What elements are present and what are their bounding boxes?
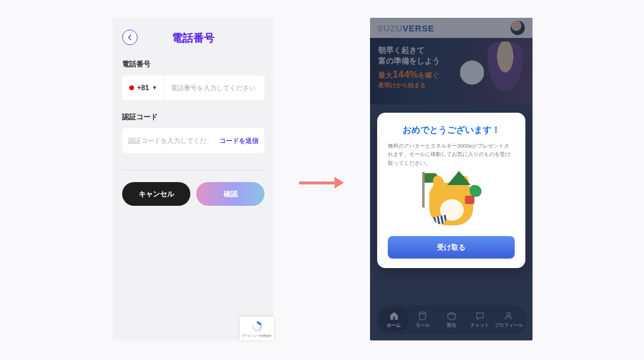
country-code-text: +81 — [137, 84, 149, 92]
chevron-left-icon — [127, 34, 133, 40]
modal-text: 無料のアバターとエネルギー3000eがプレゼントされます。モールに移動してお気に… — [388, 142, 515, 167]
phone-input-row: +81 ▼ — [122, 75, 264, 100]
send-code-button[interactable]: コードを送信 — [219, 136, 259, 145]
phone-number-input[interactable] — [165, 75, 264, 100]
page-title: 電話番号 — [122, 31, 264, 45]
recaptcha-text: プライバシー利用規約 — [242, 334, 272, 337]
phone-verification-screen: 電話番号 電話番号 +81 ▼ 認証コード コードを送信 キャンセル 確認 — [113, 18, 274, 340]
congrats-modal: おめでとうございます！ 無料のアバターとエネルギー3000eがプレゼントされます… — [377, 113, 525, 268]
back-button[interactable] — [122, 30, 138, 45]
cancel-button[interactable]: キャンセル — [122, 182, 190, 206]
flow-arrow-icon — [299, 177, 346, 189]
phone-number-label: 電話番号 — [122, 59, 264, 69]
recaptcha-icon — [250, 320, 263, 333]
modal-character-illustration — [419, 172, 484, 229]
japan-flag-icon — [129, 85, 134, 90]
confirm-button[interactable]: 確認 — [196, 182, 264, 206]
modal-title: おめでとうございます！ — [388, 125, 515, 136]
button-row: キャンセル 確認 — [122, 182, 264, 206]
verification-code-input[interactable] — [122, 128, 219, 153]
code-input-row: コードを送信 — [122, 128, 264, 153]
receive-button[interactable]: 受け取る — [388, 236, 515, 259]
country-code-select[interactable]: +81 ▼ — [122, 75, 165, 100]
verification-code-label: 認証コード — [122, 112, 264, 122]
chevron-down-icon: ▼ — [152, 85, 157, 91]
recaptcha-badge[interactable]: プライバシー利用規約 — [240, 317, 274, 340]
divider — [122, 170, 264, 170]
app-screen-with-modal: SUZUVERSE 朝早く起きて 富の準備をしよう 最大144%を稼ぐ 夜明けか… — [370, 18, 533, 340]
